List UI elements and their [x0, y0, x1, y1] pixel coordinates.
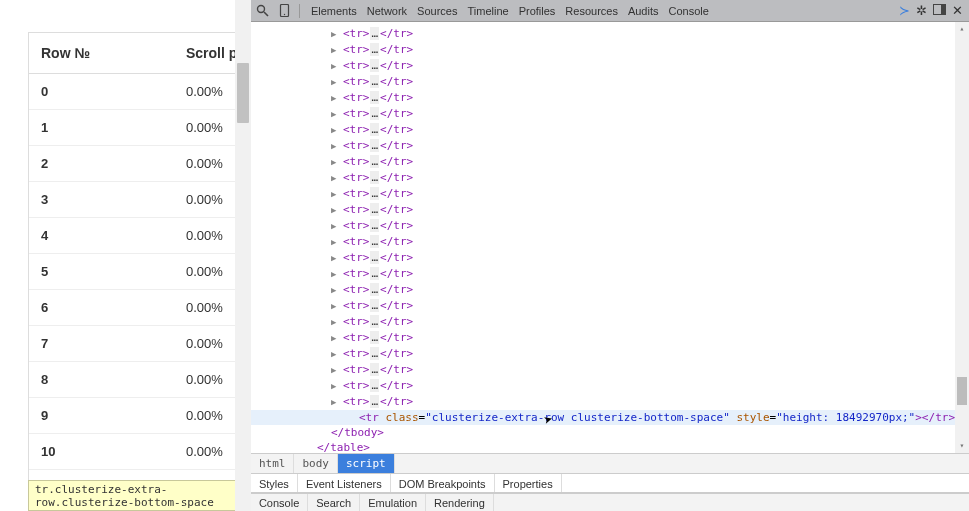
elements-scrollbar-thumb[interactable]	[957, 377, 967, 405]
drawer-tab-emulation[interactable]: Emulation	[360, 494, 426, 511]
close-devtools-icon[interactable]: ✕	[952, 3, 963, 18]
devtools-pane: ElementsNetworkSourcesTimelineProfilesRe…	[251, 0, 969, 511]
elements-scroll-up-icon[interactable]: ▴	[955, 22, 969, 36]
row-progress: 0.00%	[186, 336, 223, 351]
svg-rect-5	[941, 5, 946, 15]
styles-tabs: StylesEvent ListenersDOM BreakpointsProp…	[251, 473, 969, 493]
devtools-toolbar: ElementsNetworkSourcesTimelineProfilesRe…	[251, 0, 969, 22]
dock-side-icon[interactable]	[933, 3, 946, 18]
row-number: 1	[41, 120, 186, 135]
breadcrumb-script[interactable]: script	[338, 454, 395, 473]
row-number: 6	[41, 300, 186, 315]
devtools-tab-resources[interactable]: Resources	[560, 5, 623, 17]
tree-node-tr[interactable]: ▶<tr>…</tr>	[345, 202, 969, 218]
header-row-number: Row №	[41, 45, 186, 61]
drawer-tabs: ConsoleSearchEmulationRendering	[251, 493, 969, 511]
devtools-tab-profiles[interactable]: Profiles	[514, 5, 561, 17]
elements-tree[interactable]: ▶<tr>…</tr>▶<tr>…</tr>▶<tr>…</tr>▶<tr>…<…	[251, 22, 969, 453]
row-number: 0	[41, 84, 186, 99]
tree-node-tr[interactable]: ▶<tr>…</tr>	[345, 154, 969, 170]
device-icon[interactable]	[277, 3, 293, 19]
row-number: 8	[41, 372, 186, 387]
drawer-toggle-icon[interactable]: ≻	[899, 3, 910, 18]
tree-node-tr[interactable]: ▶<tr>…</tr>	[345, 266, 969, 282]
tree-node-tr[interactable]: ▶<tr>…</tr>	[345, 218, 969, 234]
row-progress: 0.00%	[186, 264, 223, 279]
tree-node-tr[interactable]: ▶<tr>…</tr>	[345, 250, 969, 266]
svg-line-1	[264, 12, 268, 16]
row-number: 2	[41, 156, 186, 171]
styles-tab-dom-breakpoints[interactable]: DOM Breakpoints	[391, 474, 495, 492]
styles-tab-styles[interactable]: Styles	[251, 474, 298, 492]
drawer-tab-search[interactable]: Search	[308, 494, 360, 511]
tree-close-table[interactable]: </table>	[317, 440, 969, 453]
tree-node-tr[interactable]: ▶<tr>…</tr>	[345, 138, 969, 154]
devtools-tab-elements[interactable]: Elements	[306, 5, 362, 17]
element-dimensions-tooltip: tr.clusterize-extra-row.clusterize-botto…	[28, 480, 251, 511]
tree-node-tr[interactable]: ▶<tr>…</tr>	[345, 186, 969, 202]
toolbar-separator	[299, 4, 300, 18]
row-progress: 0.00%	[186, 84, 223, 99]
tree-node-tr[interactable]: ▶<tr>…</tr>	[345, 362, 969, 378]
row-progress: 0.00%	[186, 444, 223, 459]
row-progress: 0.00%	[186, 156, 223, 171]
tree-node-tr[interactable]: ▶<tr>…</tr>	[345, 58, 969, 74]
row-number: 10	[41, 444, 186, 459]
styles-tab-properties[interactable]: Properties	[495, 474, 562, 492]
row-progress: 0.00%	[186, 408, 223, 423]
settings-gear-icon[interactable]: ✲	[916, 3, 927, 18]
devtools-tab-timeline[interactable]: Timeline	[462, 5, 513, 17]
devtools-tab-sources[interactable]: Sources	[412, 5, 462, 17]
row-number: 9	[41, 408, 186, 423]
tree-node-tr[interactable]: ▶<tr>…</tr>	[345, 170, 969, 186]
tree-node-tr[interactable]: ▶<tr>…</tr>	[345, 42, 969, 58]
tree-node-tr[interactable]: ▶<tr>…</tr>	[345, 26, 969, 42]
row-number: 3	[41, 192, 186, 207]
tree-node-tr[interactable]: ▶<tr>…</tr>	[345, 106, 969, 122]
row-progress: 0.00%	[186, 228, 223, 243]
row-progress: 0.00%	[186, 120, 223, 135]
drawer-tab-rendering[interactable]: Rendering	[426, 494, 494, 511]
inspect-icon[interactable]	[255, 3, 271, 19]
breadcrumb-html[interactable]: html	[251, 454, 295, 473]
row-number: 7	[41, 336, 186, 351]
svg-point-3	[284, 14, 285, 15]
tooltip-selector: tr.clusterize-extra-row.clusterize-botto…	[35, 483, 214, 509]
tree-node-tr[interactable]: ▶<tr>…</tr>	[345, 346, 969, 362]
devtools-tab-network[interactable]: Network	[362, 5, 412, 17]
drawer-tab-console[interactable]: Console	[251, 494, 308, 511]
page-preview-pane: Row № Scroll progress % 00.00%10.00%20.0…	[0, 0, 251, 511]
elements-scroll-down-icon[interactable]: ▾	[955, 439, 969, 453]
svg-point-0	[258, 6, 265, 13]
row-progress: 0.00%	[186, 372, 223, 387]
tree-node-tr[interactable]: ▶<tr>…</tr>	[345, 378, 969, 394]
row-progress: 0.00%	[186, 300, 223, 315]
row-number: 4	[41, 228, 186, 243]
elements-scrollbar[interactable]: ▴ ▾	[955, 22, 969, 453]
tree-node-clusterize-row[interactable]: <tr class="clusterize-extra-row clusteri…	[251, 410, 955, 425]
tree-close-tbody[interactable]: </tbody>	[331, 425, 969, 440]
tree-node-tr[interactable]: ▶<tr>…</tr>	[345, 330, 969, 346]
styles-tab-event-listeners[interactable]: Event Listeners	[298, 474, 391, 492]
breadcrumb-body[interactable]: body	[294, 454, 338, 473]
tree-node-tr[interactable]: ▶<tr>…</tr>	[345, 314, 969, 330]
row-number: 5	[41, 264, 186, 279]
breadcrumb-bar: htmlbodyscript	[251, 453, 969, 473]
row-progress: 0.00%	[186, 192, 223, 207]
tree-node-tr[interactable]: ▶<tr>…</tr>	[345, 90, 969, 106]
left-pane-scrollbar[interactable]	[235, 0, 251, 511]
tree-node-tr[interactable]: ▶<tr>…</tr>	[345, 234, 969, 250]
tree-node-tr[interactable]: ▶<tr>…</tr>	[345, 298, 969, 314]
devtools-tab-console[interactable]: Console	[663, 5, 713, 17]
left-pane-scrollbar-thumb[interactable]	[237, 63, 249, 123]
tree-node-tr[interactable]: ▶<tr>…</tr>	[345, 394, 969, 410]
tree-node-tr[interactable]: ▶<tr>…</tr>	[345, 122, 969, 138]
tree-node-tr[interactable]: ▶<tr>…</tr>	[345, 74, 969, 90]
devtools-tab-audits[interactable]: Audits	[623, 5, 664, 17]
tree-node-tr[interactable]: ▶<tr>…</tr>	[345, 282, 969, 298]
